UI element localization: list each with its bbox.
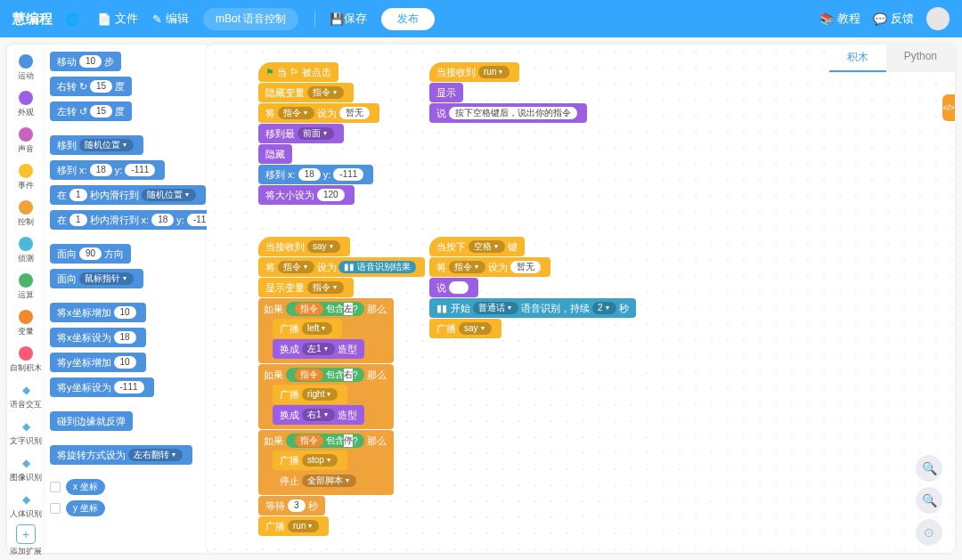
expand-handle[interactable]: </> bbox=[942, 94, 955, 121]
user-avatar[interactable] bbox=[926, 7, 950, 30]
reporter-x[interactable]: x 坐标 bbox=[50, 479, 201, 495]
block-palette[interactable]: 移动10步 右转 ↻15度 左转 ↺15度 移到随机位置 移到 x:18y:-1… bbox=[45, 45, 207, 553]
block-set-y[interactable]: 将y坐标设为-111 bbox=[50, 377, 154, 397]
block-broadcast-right[interactable]: 广播right bbox=[273, 385, 347, 404]
block-glide-dd[interactable]: 在1秒内滑行到随机位置 bbox=[50, 185, 206, 205]
block-hide[interactable]: 隐藏 bbox=[258, 144, 292, 164]
block-set-var3[interactable]: 将指令设为▮▮语音识别结果 bbox=[258, 257, 425, 277]
script-stack-3[interactable]: 当接收到say 将指令设为▮▮语音识别结果 显示变量指令 如果指令包含左?那么 … bbox=[258, 237, 425, 537]
zoom-out-button[interactable]: 🔍 bbox=[916, 487, 942, 514]
block-turn-left[interactable]: 左转 ↺15度 bbox=[50, 101, 132, 121]
block-show-var[interactable]: 显示变量指令 bbox=[258, 278, 354, 297]
block-broadcast-stop[interactable]: 广播stop bbox=[273, 450, 347, 470]
checkbox-icon[interactable] bbox=[50, 503, 61, 514]
category-label: 控制 bbox=[18, 216, 34, 228]
category-label: 图像识别 bbox=[10, 472, 42, 483]
block-rot-style[interactable]: 将旋转方式设为左右翻转 bbox=[50, 445, 192, 465]
category-label: 侦测 bbox=[18, 253, 34, 264]
category-label: 人体识别 bbox=[10, 508, 42, 520]
block-change-x[interactable]: 将x坐标增加10 bbox=[50, 303, 146, 322]
script-stack-4[interactable]: 当按下空格键 将指令设为暂无 说 ▮▮开始普通话语音识别，持续2秒 广播say bbox=[429, 237, 636, 339]
block-hide-var[interactable]: 隐藏变量指令 bbox=[258, 83, 354, 102]
block-switch-right[interactable]: 换成右1造型 bbox=[273, 405, 364, 425]
block-set-size[interactable]: 将大小设为120 bbox=[258, 185, 355, 205]
script-canvas[interactable]: 积木 Python </> 🔍 🔍 ⊙ ⚑当 🏳 被点击 隐藏变量指令 将指令设… bbox=[207, 45, 955, 553]
project-name-input[interactable]: mBot 语音控制 bbox=[203, 8, 298, 30]
publish-button[interactable]: 发布 bbox=[381, 8, 435, 30]
block-switch-left[interactable]: 换成左1造型 bbox=[273, 339, 364, 359]
menu-edit[interactable]: ✎编辑 bbox=[152, 11, 189, 27]
category-控制[interactable]: 控制 bbox=[18, 200, 34, 228]
if-right[interactable]: 如果指令包含右?那么 广播right 换成右1造型 bbox=[258, 364, 394, 429]
category-文字识别[interactable]: ◆文字识别 bbox=[10, 419, 42, 447]
chat-icon: 💬 bbox=[873, 12, 887, 26]
block-set-var[interactable]: 将指令设为暂无 bbox=[258, 103, 379, 123]
category-语音交互[interactable]: ◆语音交互 bbox=[10, 383, 42, 410]
block-stop-all[interactable]: 停止全部脚本 bbox=[273, 471, 366, 491]
category-label: 语音交互 bbox=[10, 399, 42, 410]
category-侦测[interactable]: 侦测 bbox=[18, 237, 34, 264]
block-set-var4[interactable]: 将指令设为暂无 bbox=[429, 257, 550, 277]
feedback-label: 反馈 bbox=[891, 11, 914, 27]
category-运算[interactable]: 运算 bbox=[18, 273, 34, 301]
recenter-button[interactable]: ⊙ bbox=[916, 519, 942, 546]
add-ext-label: 添加扩展 bbox=[10, 546, 42, 557]
category-自制积木[interactable]: 自制积木 bbox=[10, 346, 42, 374]
category-label: 自制积木 bbox=[10, 362, 42, 374]
block-turn-right[interactable]: 右转 ↻15度 bbox=[50, 77, 132, 96]
feedback-button[interactable]: 💬反馈 bbox=[873, 11, 914, 27]
category-运动[interactable]: 运动 bbox=[18, 54, 34, 82]
zoom-in-button[interactable]: 🔍 bbox=[916, 455, 942, 482]
reporter-x-label: x 坐标 bbox=[66, 479, 105, 495]
add-extension-button[interactable]: +添加扩展 bbox=[10, 524, 42, 557]
block-goto-dd[interactable]: 移到随机位置 bbox=[50, 135, 143, 155]
script-stack-1[interactable]: ⚑当 🏳 被点击 隐藏变量指令 将指令设为暂无 移到最前面 隐藏 移到 x:18… bbox=[258, 62, 379, 206]
category-人体识别[interactable]: ◆人体识别 bbox=[10, 492, 42, 520]
block-broadcast-left[interactable]: 广播left bbox=[273, 319, 342, 338]
block-speech-recog[interactable]: ▮▮开始普通话语音识别，持续2秒 bbox=[429, 298, 636, 318]
app-logo: 慧编程 bbox=[12, 11, 53, 28]
block-goto-xy-c[interactable]: 移到 x:18y:-111 bbox=[258, 165, 373, 184]
hat-receive-run[interactable]: 当接收到run bbox=[429, 62, 519, 82]
block-show[interactable]: 显示 bbox=[429, 83, 463, 102]
block-move[interactable]: 移动10步 bbox=[50, 52, 121, 71]
block-change-y[interactable]: 将y坐标增加10 bbox=[50, 353, 146, 372]
category-事件[interactable]: 事件 bbox=[18, 164, 34, 191]
reporter-y[interactable]: y 坐标 bbox=[50, 500, 201, 516]
checkbox-icon[interactable] bbox=[50, 482, 61, 492]
block-point-to[interactable]: 面向鼠标指针 bbox=[50, 269, 143, 288]
category-label: 变量 bbox=[18, 326, 34, 337]
globe-icon: 🌐 bbox=[65, 12, 79, 26]
block-layer[interactable]: 移到最前面 bbox=[258, 124, 344, 143]
block-point-dir[interactable]: 面向90方向 bbox=[50, 244, 131, 264]
block-broadcast-say[interactable]: 广播say bbox=[429, 319, 501, 338]
hat-receive-say[interactable]: 当接收到say bbox=[258, 237, 350, 256]
category-变量[interactable]: 变量 bbox=[18, 310, 34, 337]
file-icon: 📄 bbox=[97, 12, 111, 26]
category-图像识别[interactable]: ◆图像识别 bbox=[10, 456, 42, 483]
block-glide-xy[interactable]: 在1秒内滑行到 x:18y:-111 bbox=[50, 210, 207, 230]
tab-blocks[interactable]: 积木 bbox=[829, 45, 886, 72]
category-dot-icon bbox=[19, 346, 33, 361]
block-set-x[interactable]: 将x坐标设为18 bbox=[50, 328, 146, 347]
block-edge-bounce[interactable]: 碰到边缘就反弹 bbox=[50, 411, 133, 431]
hat-key-space[interactable]: 当按下空格键 bbox=[429, 237, 525, 256]
block-goto-xy[interactable]: 移到 x:18y:-111 bbox=[50, 160, 165, 180]
separator bbox=[314, 10, 315, 28]
category-声音[interactable]: 声音 bbox=[18, 127, 34, 155]
if-left[interactable]: 如果指令包含左?那么 广播left 换成左1造型 bbox=[258, 298, 394, 363]
menu-file[interactable]: 📄文件 bbox=[97, 11, 138, 27]
block-broadcast-run[interactable]: 广播run bbox=[258, 516, 329, 536]
save-button[interactable]: 💾保存 bbox=[322, 7, 374, 30]
tab-python[interactable]: Python bbox=[886, 45, 955, 72]
block-wait[interactable]: 等待3秒 bbox=[258, 496, 325, 515]
lang-button[interactable]: 🌐 bbox=[65, 12, 83, 26]
block-say[interactable]: 说按下空格键后，说出你的指令 bbox=[429, 103, 587, 123]
script-stack-2[interactable]: 当接收到run 显示 说按下空格键后，说出你的指令 bbox=[429, 62, 587, 124]
category-外观[interactable]: 外观 bbox=[18, 91, 34, 118]
block-say-empty[interactable]: 说 bbox=[429, 278, 478, 297]
tutorial-button[interactable]: 📚教程 bbox=[819, 11, 860, 27]
hat-flag[interactable]: ⚑当 🏳 被点击 bbox=[258, 62, 338, 82]
menu-file-label: 文件 bbox=[115, 11, 138, 27]
if-stop[interactable]: 如果指令包含停?那么 广播stop 停止全部脚本 bbox=[258, 430, 394, 495]
